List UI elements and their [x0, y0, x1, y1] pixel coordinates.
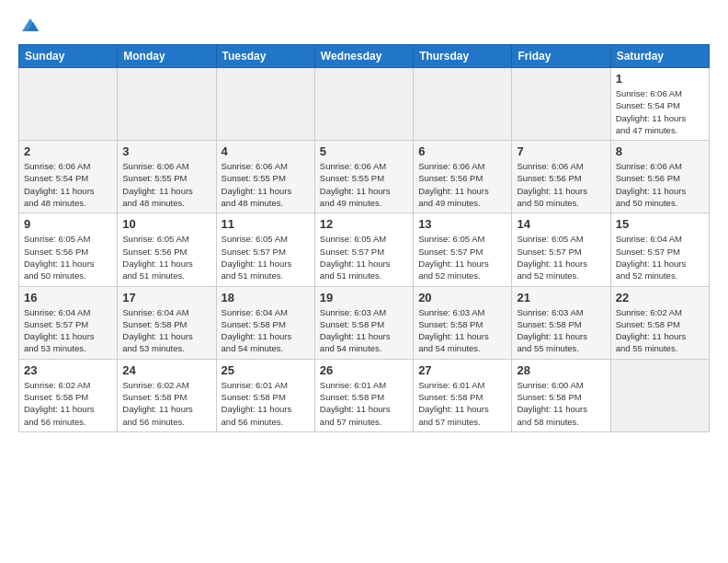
- calendar-cell: [118, 68, 216, 141]
- day-number: 2: [24, 144, 112, 158]
- calendar-cell: 6Sunrise: 6:06 AM Sunset: 5:56 PM Daylig…: [414, 141, 512, 213]
- logo-icon: [20, 15, 40, 35]
- calendar-cell: 10Sunrise: 6:05 AM Sunset: 5:56 PM Dayli…: [118, 213, 216, 286]
- day-number: 27: [418, 363, 506, 377]
- day-header-saturday: Saturday: [610, 45, 709, 68]
- day-info: Sunrise: 6:05 AM Sunset: 5:57 PM Dayligh…: [517, 233, 605, 282]
- calendar-cell: 24Sunrise: 6:02 AM Sunset: 5:58 PM Dayli…: [118, 359, 216, 431]
- logo: [18, 15, 40, 35]
- calendar-cell: 12Sunrise: 6:05 AM Sunset: 5:57 PM Dayli…: [314, 213, 413, 286]
- day-number: 8: [616, 144, 704, 158]
- day-number: 1: [616, 72, 704, 86]
- day-number: 22: [616, 291, 704, 304]
- calendar-cell: [610, 359, 709, 431]
- day-info: Sunrise: 6:04 AM Sunset: 5:57 PM Dayligh…: [616, 233, 704, 282]
- day-info: Sunrise: 6:02 AM Sunset: 5:58 PM Dayligh…: [122, 379, 210, 428]
- page: SundayMondayTuesdayWednesdayThursdayFrid…: [0, 0, 728, 447]
- day-info: Sunrise: 6:05 AM Sunset: 5:56 PM Dayligh…: [122, 233, 210, 282]
- day-info: Sunrise: 6:01 AM Sunset: 5:58 PM Dayligh…: [222, 379, 310, 428]
- day-info: Sunrise: 6:05 AM Sunset: 5:56 PM Dayligh…: [24, 233, 112, 282]
- day-header-thursday: Thursday: [414, 45, 512, 68]
- day-info: Sunrise: 6:06 AM Sunset: 5:56 PM Dayligh…: [616, 160, 704, 209]
- day-number: 13: [418, 217, 506, 231]
- day-number: 3: [122, 144, 210, 158]
- week-row-3: 9Sunrise: 6:05 AM Sunset: 5:56 PM Daylig…: [19, 213, 710, 286]
- calendar-cell: 18Sunrise: 6:04 AM Sunset: 5:58 PM Dayli…: [216, 286, 314, 359]
- day-number: 20: [418, 291, 506, 304]
- calendar-cell: 7Sunrise: 6:06 AM Sunset: 5:56 PM Daylig…: [512, 141, 610, 213]
- day-number: 11: [222, 217, 310, 231]
- day-header-monday: Monday: [118, 45, 216, 68]
- day-info: Sunrise: 6:03 AM Sunset: 5:58 PM Dayligh…: [418, 306, 506, 355]
- calendar-table: SundayMondayTuesdayWednesdayThursdayFrid…: [18, 44, 710, 432]
- day-info: Sunrise: 6:06 AM Sunset: 5:56 PM Dayligh…: [517, 160, 605, 209]
- calendar-cell: 3Sunrise: 6:06 AM Sunset: 5:55 PM Daylig…: [118, 141, 216, 213]
- day-number: 25: [222, 363, 310, 377]
- calendar-header-row: SundayMondayTuesdayWednesdayThursdayFrid…: [19, 45, 710, 68]
- day-number: 17: [122, 291, 210, 304]
- day-number: 16: [24, 291, 112, 304]
- calendar-cell: 22Sunrise: 6:02 AM Sunset: 5:58 PM Dayli…: [610, 286, 709, 359]
- day-number: 28: [517, 363, 605, 377]
- day-info: Sunrise: 6:04 AM Sunset: 5:57 PM Dayligh…: [24, 306, 112, 355]
- day-info: Sunrise: 6:03 AM Sunset: 5:58 PM Dayligh…: [517, 306, 605, 355]
- day-info: Sunrise: 6:03 AM Sunset: 5:58 PM Dayligh…: [320, 306, 408, 355]
- calendar-cell: 17Sunrise: 6:04 AM Sunset: 5:58 PM Dayli…: [118, 286, 216, 359]
- day-info: Sunrise: 6:01 AM Sunset: 5:58 PM Dayligh…: [418, 379, 506, 428]
- day-number: 6: [418, 144, 506, 158]
- calendar-cell: 23Sunrise: 6:02 AM Sunset: 5:58 PM Dayli…: [19, 359, 118, 431]
- day-number: 18: [222, 291, 310, 304]
- day-number: 14: [517, 217, 605, 231]
- day-number: 15: [616, 217, 704, 231]
- day-info: Sunrise: 6:06 AM Sunset: 5:55 PM Dayligh…: [320, 160, 408, 209]
- day-number: 4: [222, 144, 310, 158]
- calendar-cell: [314, 68, 413, 141]
- day-info: Sunrise: 6:06 AM Sunset: 5:56 PM Dayligh…: [418, 160, 506, 209]
- calendar-cell: 16Sunrise: 6:04 AM Sunset: 5:57 PM Dayli…: [19, 286, 118, 359]
- day-header-friday: Friday: [512, 45, 610, 68]
- day-number: 7: [517, 144, 605, 158]
- day-info: Sunrise: 6:06 AM Sunset: 5:54 PM Dayligh…: [616, 87, 704, 136]
- header: [18, 15, 710, 35]
- calendar-cell: 26Sunrise: 6:01 AM Sunset: 5:58 PM Dayli…: [314, 359, 413, 431]
- day-info: Sunrise: 6:01 AM Sunset: 5:58 PM Dayligh…: [320, 379, 408, 428]
- day-info: Sunrise: 6:06 AM Sunset: 5:54 PM Dayligh…: [24, 160, 112, 209]
- day-number: 23: [24, 363, 112, 377]
- day-info: Sunrise: 6:02 AM Sunset: 5:58 PM Dayligh…: [616, 306, 704, 355]
- day-info: Sunrise: 6:05 AM Sunset: 5:57 PM Dayligh…: [222, 233, 310, 282]
- day-info: Sunrise: 6:02 AM Sunset: 5:58 PM Dayligh…: [24, 379, 112, 428]
- calendar-cell: [19, 68, 118, 141]
- day-header-tuesday: Tuesday: [216, 45, 314, 68]
- week-row-4: 16Sunrise: 6:04 AM Sunset: 5:57 PM Dayli…: [19, 286, 710, 359]
- calendar-cell: [216, 68, 314, 141]
- calendar-cell: 25Sunrise: 6:01 AM Sunset: 5:58 PM Dayli…: [216, 359, 314, 431]
- calendar-cell: 13Sunrise: 6:05 AM Sunset: 5:57 PM Dayli…: [414, 213, 512, 286]
- calendar-cell: 1Sunrise: 6:06 AM Sunset: 5:54 PM Daylig…: [610, 68, 709, 141]
- day-number: 21: [517, 291, 605, 304]
- calendar-cell: 2Sunrise: 6:06 AM Sunset: 5:54 PM Daylig…: [19, 141, 118, 213]
- day-header-sunday: Sunday: [19, 45, 118, 68]
- day-info: Sunrise: 6:06 AM Sunset: 5:55 PM Dayligh…: [122, 160, 210, 209]
- calendar-cell: 19Sunrise: 6:03 AM Sunset: 5:58 PM Dayli…: [314, 286, 413, 359]
- day-info: Sunrise: 6:04 AM Sunset: 5:58 PM Dayligh…: [122, 306, 210, 355]
- calendar-cell: 27Sunrise: 6:01 AM Sunset: 5:58 PM Dayli…: [414, 359, 512, 431]
- week-row-5: 23Sunrise: 6:02 AM Sunset: 5:58 PM Dayli…: [19, 359, 710, 431]
- week-row-2: 2Sunrise: 6:06 AM Sunset: 5:54 PM Daylig…: [19, 141, 710, 213]
- calendar-cell: 21Sunrise: 6:03 AM Sunset: 5:58 PM Dayli…: [512, 286, 610, 359]
- calendar-cell: 28Sunrise: 6:00 AM Sunset: 5:58 PM Dayli…: [512, 359, 610, 431]
- day-number: 19: [320, 291, 408, 304]
- calendar-cell: 8Sunrise: 6:06 AM Sunset: 5:56 PM Daylig…: [610, 141, 709, 213]
- calendar-cell: 20Sunrise: 6:03 AM Sunset: 5:58 PM Dayli…: [414, 286, 512, 359]
- day-info: Sunrise: 6:06 AM Sunset: 5:55 PM Dayligh…: [222, 160, 310, 209]
- week-row-1: 1Sunrise: 6:06 AM Sunset: 5:54 PM Daylig…: [19, 68, 710, 141]
- day-number: 26: [320, 363, 408, 377]
- day-number: 5: [320, 144, 408, 158]
- day-info: Sunrise: 6:00 AM Sunset: 5:58 PM Dayligh…: [517, 379, 605, 428]
- day-number: 10: [122, 217, 210, 231]
- calendar-cell: [414, 68, 512, 141]
- calendar-cell: 14Sunrise: 6:05 AM Sunset: 5:57 PM Dayli…: [512, 213, 610, 286]
- calendar-cell: 4Sunrise: 6:06 AM Sunset: 5:55 PM Daylig…: [216, 141, 314, 213]
- day-number: 24: [122, 363, 210, 377]
- day-header-wednesday: Wednesday: [314, 45, 413, 68]
- day-info: Sunrise: 6:05 AM Sunset: 5:57 PM Dayligh…: [418, 233, 506, 282]
